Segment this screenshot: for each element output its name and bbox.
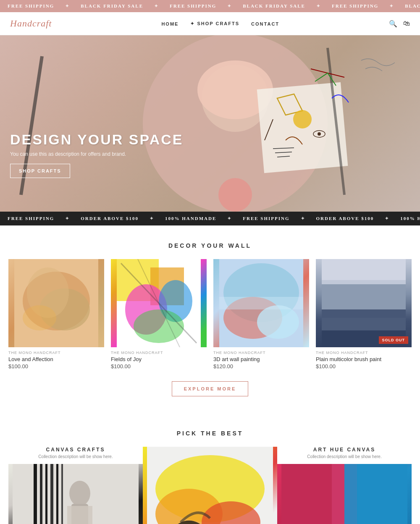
product-price-2: $100.00	[111, 363, 207, 369]
pick-col-title-1: CANVAS CRAFTS	[46, 447, 105, 453]
product-image-4: SOLD OUT	[316, 259, 412, 347]
decor-section: DECOR YOUR WALL THE MONO HANDCRAFT Love …	[0, 225, 420, 413]
nav-item-contact[interactable]: CONTACT	[251, 20, 279, 27]
pick-col-desc-1: Collection description will be show here…	[38, 454, 113, 459]
svg-rect-48	[67, 506, 92, 524]
ticker-dark-item: 100% HANDMADE	[400, 216, 420, 221]
site-logo[interactable]: Handcraft	[10, 18, 52, 29]
svg-line-13	[275, 152, 292, 153]
svg-point-26	[134, 309, 184, 343]
ticker-item: BLACK FRIDAY SALE	[405, 3, 420, 9]
search-icon[interactable]: 🔍	[389, 20, 397, 28]
top-ticker-inner: FREE SHIPPING ✦ BLACK FRIDAY SALE ✦ FREE…	[0, 3, 420, 9]
sold-out-badge: SOLD OUT	[379, 336, 409, 344]
product-price-3: $120.00	[213, 363, 309, 369]
nav-icons: 🔍 🛍	[389, 20, 410, 28]
hero-title: DESIGN YOUR SPACE	[10, 131, 183, 148]
ticker-item: FREE SHIPPING	[332, 3, 378, 9]
svg-marker-4	[277, 94, 302, 115]
hero-shop-button[interactable]: SHOP CRAFTS	[10, 164, 70, 178]
pick-art-3	[277, 464, 412, 524]
hero-background: DESIGN YOUR SPACE You can use this as de…	[0, 35, 420, 212]
svg-rect-40	[34, 464, 37, 524]
svg-point-1	[202, 65, 269, 132]
svg-rect-42	[45, 464, 47, 524]
nav-link-contact[interactable]: CONTACT	[251, 21, 279, 26]
nav-link-shop[interactable]: ✦ SHOP CRAFTS	[190, 21, 239, 26]
svg-point-2	[197, 60, 273, 119]
product-name-3: 3D art wall painting	[213, 356, 309, 362]
product-price-4: $100.00	[316, 363, 412, 369]
hero-section: DESIGN YOUR SPACE You can use this as de…	[0, 35, 420, 212]
svg-point-20	[23, 305, 56, 330]
explore-more-button[interactable]: EXPLORE MORE	[172, 381, 249, 396]
product-image-2	[111, 259, 207, 347]
pick-col-desc-3: Collection description will be show here…	[307, 454, 381, 459]
product-image-1	[8, 259, 104, 347]
product-vendor-2: THE MONO HANDCRAFT	[111, 351, 207, 355]
ticker-dark-item: FREE SHIPPING	[8, 216, 54, 221]
product-card-4[interactable]: SOLD OUT THE MONO HANDCRAFT Plain multic…	[316, 259, 412, 369]
ticker-dark-item: ORDER ABOVE $100	[81, 216, 139, 221]
svg-rect-41	[40, 464, 42, 524]
pick-col-1[interactable]: CANVAS CRAFTS Collection description wil…	[8, 447, 143, 524]
product-name-2: Fields of Joy	[111, 356, 207, 362]
pick-col-3[interactable]: ART HUE CANVAS Collection description wi…	[277, 447, 412, 524]
nav-links: HOME ✦ SHOP CRAFTS CONTACT	[161, 20, 279, 27]
svg-point-46	[69, 481, 90, 506]
product-art-2	[111, 259, 207, 347]
hero-content: DESIGN YOUR SPACE You can use this as de…	[10, 131, 183, 178]
svg-rect-33	[219, 297, 303, 309]
product-vendor-3: THE MONO HANDCRAFT	[213, 351, 309, 355]
svg-line-9	[311, 69, 344, 77]
product-card-3[interactable]: THE MONO HANDCRAFT 3D art wall painting …	[213, 259, 309, 369]
pick-image-3	[277, 464, 412, 524]
pick-image-2	[143, 447, 277, 524]
ticker-item: FREE SHIPPING	[8, 3, 54, 9]
pick-art-2	[143, 447, 277, 524]
product-price-1: $100.00	[8, 363, 104, 369]
nav-link-home[interactable]: HOME	[161, 21, 178, 26]
product-vendor-4: THE MONO HANDCRAFT	[316, 351, 412, 355]
product-art-4	[316, 259, 412, 347]
svg-rect-45	[61, 464, 63, 524]
svg-rect-58	[344, 464, 407, 524]
product-card-2[interactable]: THE MONO HANDCRAFT Fields of Joy $100.00	[111, 259, 207, 369]
ticker-item: BLACK FRIDAY SALE	[243, 3, 305, 9]
svg-rect-57	[281, 464, 332, 524]
svg-line-8	[328, 48, 344, 195]
ticker-dark-item: 100% HANDMADE	[165, 216, 216, 221]
nav-item-shop[interactable]: ✦ SHOP CRAFTS	[190, 21, 239, 26]
ticker-dark-item: ORDER ABOVE $100	[316, 216, 374, 221]
navigation: Handcraft HOME ✦ SHOP CRAFTS CONTACT 🔍 🛍	[0, 12, 420, 35]
pick-art-1	[8, 464, 143, 524]
decor-section-title: DECOR YOUR WALL	[8, 242, 412, 249]
explore-button-wrap: EXPLORE MORE	[8, 381, 412, 396]
svg-rect-3	[257, 82, 348, 173]
svg-rect-44	[56, 464, 58, 524]
cart-icon[interactable]: 🛍	[403, 20, 410, 27]
bottom-ticker-inner: FREE SHIPPING ✦ ORDER ABOVE $100 ✦ 100% …	[0, 216, 420, 221]
pick-grid: CANVAS CRAFTS Collection description wil…	[8, 447, 412, 524]
nav-item-home[interactable]: HOME	[161, 20, 178, 27]
product-name-1: Love and Affection	[8, 356, 104, 362]
product-vendor-1: THE MONO HANDCRAFT	[8, 351, 104, 355]
svg-point-15	[218, 178, 252, 212]
svg-line-14	[277, 156, 290, 157]
product-art-1	[8, 259, 104, 347]
product-image-3	[213, 259, 309, 347]
ticker-dark-item: FREE SHIPPING	[243, 216, 289, 221]
product-grid: THE MONO HANDCRAFT Love and Affection $1…	[8, 259, 412, 369]
pick-section-title: PICK THE BEST	[8, 430, 412, 437]
svg-line-6	[265, 119, 273, 140]
bottom-ticker-banner: FREE SHIPPING ✦ ORDER ABOVE $100 ✦ 100% …	[0, 212, 420, 225]
top-ticker-banner: FREE SHIPPING ✦ BLACK FRIDAY SALE ✦ FREE…	[0, 0, 420, 12]
hero-art-svg	[0, 35, 420, 212]
hero-description: You can use this as description for offe…	[10, 151, 183, 157]
svg-point-11	[318, 132, 321, 136]
product-name-4: Plain multicolor brush paint	[316, 356, 412, 362]
svg-rect-38	[322, 259, 406, 280]
pick-col-2[interactable]	[143, 447, 277, 524]
product-card-1[interactable]: THE MONO HANDCRAFT Love and Affection $1…	[8, 259, 104, 369]
svg-point-0	[143, 35, 328, 212]
